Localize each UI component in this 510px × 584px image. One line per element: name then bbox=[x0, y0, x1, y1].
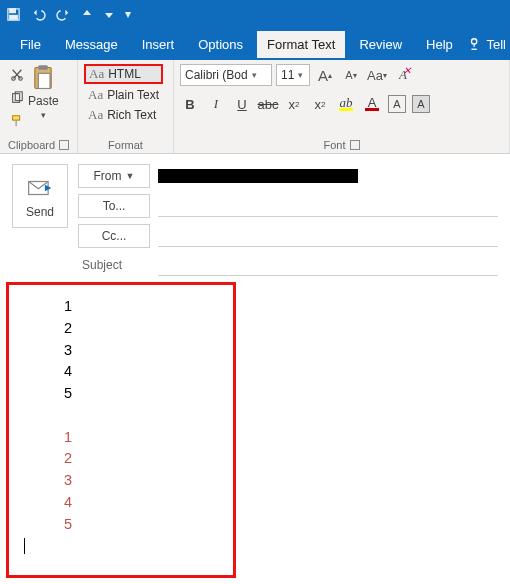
grow-font-button[interactable]: A▴ bbox=[314, 64, 336, 86]
text-cursor bbox=[24, 538, 25, 554]
font-name-value: Calibri (Bod bbox=[185, 68, 248, 82]
body-line: 1 bbox=[64, 427, 500, 449]
italic-button[interactable]: I bbox=[206, 94, 226, 114]
tab-review[interactable]: Review bbox=[349, 31, 412, 58]
tab-file[interactable]: File bbox=[10, 31, 51, 58]
aa-icon: Aa bbox=[89, 66, 104, 82]
format-html-label: HTML bbox=[108, 67, 141, 81]
svg-point-3 bbox=[472, 39, 477, 44]
svg-rect-11 bbox=[39, 73, 51, 88]
bold-button[interactable]: B bbox=[180, 94, 200, 114]
aa-icon: Aa bbox=[88, 107, 103, 123]
font-name-combo[interactable]: Calibri (Bod▾ bbox=[180, 64, 272, 86]
font-size-value: 11 bbox=[281, 68, 294, 82]
format-rich-button[interactable]: Aa Rich Text bbox=[84, 106, 163, 124]
body-line: 5 bbox=[64, 514, 500, 536]
cut-icon[interactable] bbox=[10, 68, 24, 85]
to-button[interactable]: To... bbox=[78, 194, 150, 218]
to-field[interactable] bbox=[158, 195, 498, 217]
ribbon-tabs: File Message Insert Options Format Text … bbox=[0, 28, 510, 60]
body-line: 4 bbox=[64, 361, 500, 383]
body-line: 5 bbox=[64, 383, 500, 405]
cc-button[interactable]: Cc... bbox=[78, 224, 150, 248]
format-painter-icon[interactable] bbox=[10, 114, 24, 131]
send-label: Send bbox=[26, 205, 54, 219]
ribbon: Paste ▾ Clipboard Aa HTML Aa Plain Text … bbox=[0, 60, 510, 154]
message-body[interactable]: 1 2 3 4 5 1 2 3 4 5 bbox=[16, 286, 500, 584]
body-line: 2 bbox=[64, 448, 500, 470]
change-case-button[interactable]: Aa▾ bbox=[366, 64, 388, 86]
clipboard-dialog-launcher-icon[interactable] bbox=[59, 140, 69, 150]
aa-icon: Aa bbox=[88, 87, 103, 103]
group-format: Aa HTML Aa Plain Text Aa Rich Text Forma… bbox=[78, 60, 174, 153]
up-icon[interactable] bbox=[81, 8, 93, 20]
message-body-area[interactable]: 1 2 3 4 5 1 2 3 4 5 bbox=[0, 282, 510, 584]
strike-button[interactable]: abc bbox=[258, 94, 278, 114]
from-value-redacted bbox=[158, 169, 358, 183]
font-color-button[interactable]: A bbox=[362, 94, 382, 114]
format-rich-label: Rich Text bbox=[107, 108, 156, 122]
format-plain-button[interactable]: Aa Plain Text bbox=[84, 86, 163, 104]
clear-formatting-button[interactable]: A✕ bbox=[392, 64, 414, 86]
format-group-label: Format bbox=[108, 139, 143, 151]
cc-field[interactable] bbox=[158, 225, 498, 247]
from-button[interactable]: From▼ bbox=[78, 164, 150, 188]
tab-insert[interactable]: Insert bbox=[132, 31, 185, 58]
group-clipboard: Paste ▾ Clipboard bbox=[0, 60, 78, 153]
compose-header: Send From▼ To... Cc... Subject bbox=[0, 154, 510, 282]
tab-message[interactable]: Message bbox=[55, 31, 128, 58]
font-dialog-launcher-icon[interactable] bbox=[350, 140, 360, 150]
tab-help[interactable]: Help bbox=[416, 31, 463, 58]
char-shading-button[interactable]: A bbox=[388, 95, 406, 113]
tell-me-label: Tell bbox=[486, 37, 506, 52]
tell-me[interactable]: Tell bbox=[468, 37, 510, 52]
shrink-font-button[interactable]: A▾ bbox=[340, 64, 362, 86]
body-line: 1 bbox=[64, 296, 500, 318]
format-plain-label: Plain Text bbox=[107, 88, 159, 102]
paste-dropdown-icon[interactable]: ▾ bbox=[41, 110, 46, 120]
superscript-button[interactable]: x2 bbox=[310, 94, 330, 114]
group-font: Calibri (Bod▾ 11▾ A▴ A▾ Aa▾ A✕ B I U abc… bbox=[174, 60, 510, 153]
chevron-down-icon: ▾ bbox=[252, 70, 257, 80]
undo-icon[interactable] bbox=[31, 7, 46, 22]
send-icon bbox=[27, 177, 53, 199]
svg-rect-8 bbox=[13, 116, 20, 120]
clipboard-group-label: Clipboard bbox=[8, 139, 55, 151]
subject-label: Subject bbox=[78, 258, 150, 272]
quick-access-toolbar: ▾ bbox=[0, 0, 510, 28]
paste-label: Paste bbox=[28, 94, 59, 108]
tab-options[interactable]: Options bbox=[188, 31, 253, 58]
tab-format-text[interactable]: Format Text bbox=[257, 31, 345, 58]
svg-rect-2 bbox=[10, 15, 18, 19]
enclose-chars-button[interactable]: A bbox=[412, 95, 430, 113]
customize-qat-icon[interactable]: ▾ bbox=[125, 7, 131, 21]
format-html-button[interactable]: Aa HTML bbox=[84, 64, 163, 84]
copy-icon[interactable] bbox=[10, 91, 24, 108]
font-size-combo[interactable]: 11▾ bbox=[276, 64, 310, 86]
down-icon[interactable] bbox=[103, 8, 115, 20]
body-line: 4 bbox=[64, 492, 500, 514]
highlight-button[interactable]: ab bbox=[336, 94, 356, 114]
send-button[interactable]: Send bbox=[12, 164, 68, 228]
body-line: 2 bbox=[64, 318, 500, 340]
svg-rect-10 bbox=[39, 65, 48, 70]
font-group-label: Font bbox=[323, 139, 345, 151]
svg-rect-1 bbox=[10, 8, 16, 12]
redo-icon[interactable] bbox=[56, 7, 71, 22]
paste-button[interactable]: Paste ▾ bbox=[24, 64, 63, 120]
subscript-button[interactable]: x2 bbox=[284, 94, 304, 114]
underline-button[interactable]: U bbox=[232, 94, 252, 114]
body-line: 3 bbox=[64, 340, 500, 362]
body-line: 3 bbox=[64, 470, 500, 492]
subject-field[interactable] bbox=[158, 254, 498, 276]
chevron-down-icon: ▾ bbox=[298, 70, 303, 80]
save-icon[interactable] bbox=[6, 7, 21, 22]
chevron-down-icon: ▼ bbox=[126, 171, 135, 181]
